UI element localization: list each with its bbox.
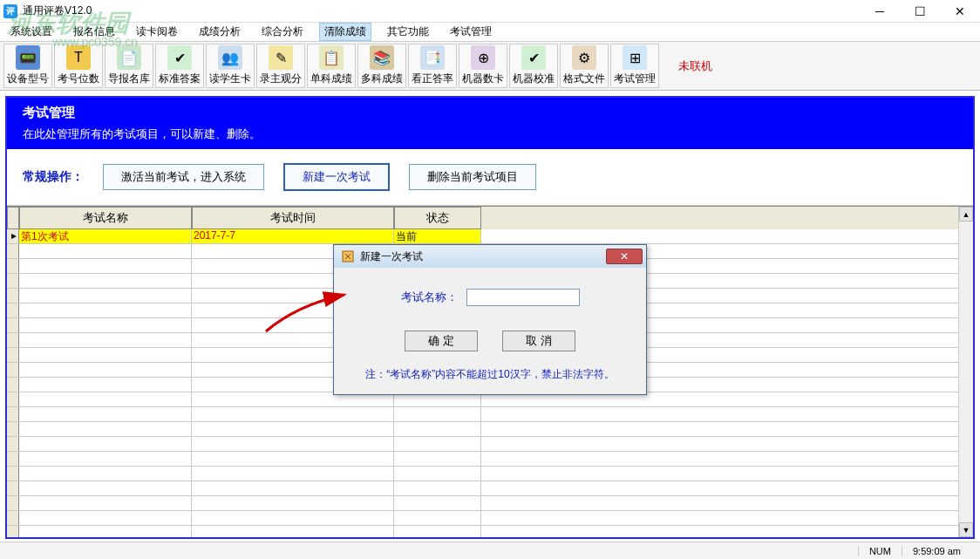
menu-item[interactable]: 系统设置: [5, 23, 58, 41]
exam-name-label: 考试名称：: [401, 290, 458, 305]
grid-header: 考试名称 考试时间 状态: [7, 207, 973, 229]
new-exam-button[interactable]: 新建一次考试: [283, 163, 390, 191]
toolbar-label: 设备型号: [7, 72, 49, 86]
toolbar-label: 标准答案: [159, 72, 201, 86]
table-row[interactable]: [7, 437, 973, 452]
dialog-ok-button[interactable]: 确 定: [405, 331, 478, 351]
dialog-titlebar[interactable]: 新建一次考试 ✕: [334, 245, 646, 268]
table-row[interactable]: ▸第1次考试2017-7-7当前: [7, 229, 973, 244]
toolbar-icon: ⊞: [623, 45, 647, 70]
toolbar-icon: ✔: [521, 45, 546, 70]
toolbar-button[interactable]: 📑看正答率: [408, 44, 457, 88]
toolbar-button[interactable]: ✔标准答案: [155, 44, 204, 88]
col-name[interactable]: 考试名称: [19, 207, 192, 229]
table-row[interactable]: [7, 422, 973, 437]
toolbar-label: 考号位数: [58, 72, 99, 86]
toolbar-label: 录主观分: [260, 72, 302, 86]
exam-name-input[interactable]: [466, 289, 580, 306]
toolbar-label: 机器校准: [513, 72, 555, 86]
toolbar-icon: 📄: [117, 45, 141, 70]
dialog-title: 新建一次考试: [360, 249, 423, 264]
panel-title: 考试管理: [23, 105, 957, 121]
title-bar: 评 通用评卷V12.0 ─ ☐ ✕: [0, 0, 980, 23]
toolbar-button[interactable]: 📚多科成绩: [357, 44, 406, 88]
connection-status: 未联机: [671, 44, 719, 88]
toolbar-button[interactable]: 👥读学生卡: [206, 44, 255, 88]
toolbar-button[interactable]: ✔机器校准: [509, 44, 558, 88]
col-time[interactable]: 考试时间: [192, 207, 394, 229]
cell-time: 2017-7-7: [192, 229, 394, 243]
toolbar-icon: 📚: [370, 45, 394, 70]
toolbar-label: 考试管理: [614, 72, 656, 86]
menu-bar: 系统设置报名信息读卡阅卷成绩分析综合分析清除成绩其它功能考试管理: [0, 23, 980, 42]
cell-name: 第1次考试: [19, 229, 192, 243]
toolbar-icon: ⊕: [471, 45, 495, 70]
table-row[interactable]: [7, 407, 973, 422]
toolbar-icon: ⚙: [572, 45, 596, 70]
toolbar: 📟设备型号T考号位数📄导报名库✔标准答案👥读学生卡✎录主观分📋单科成绩📚多科成绩…: [0, 42, 980, 91]
status-bar: NUM 9:59:09 am: [0, 542, 980, 559]
status-num: NUM: [858, 546, 902, 556]
menu-item[interactable]: 读卡阅卷: [131, 23, 183, 41]
toolbar-button[interactable]: 📟设备型号: [3, 44, 52, 88]
maximize-button[interactable]: ☐: [900, 0, 940, 23]
toolbar-icon: ✔: [167, 45, 192, 70]
cell-status: 当前: [394, 229, 481, 243]
col-status[interactable]: 状态: [394, 207, 481, 229]
row-indicator-icon: ▸: [7, 229, 19, 243]
toolbar-button[interactable]: ✎录主观分: [256, 44, 305, 88]
toolbar-button[interactable]: ⚙格式文件: [560, 44, 609, 88]
toolbar-icon: 📋: [319, 45, 344, 70]
scroll-up-icon[interactable]: ▲: [959, 207, 973, 222]
toolbar-button[interactable]: ⊞考试管理: [610, 44, 659, 88]
ops-label: 常规操作：: [23, 169, 84, 185]
activate-exam-button[interactable]: 激活当前考试，进入系统: [103, 164, 264, 190]
toolbar-label: 机器数卡: [462, 72, 504, 86]
dialog-icon: [341, 249, 355, 263]
menu-item[interactable]: 成绩分析: [194, 23, 246, 41]
toolbar-button[interactable]: 📋单科成绩: [307, 44, 356, 88]
menu-item[interactable]: 考试管理: [445, 23, 497, 41]
dialog-close-button[interactable]: ✕: [606, 249, 643, 264]
toolbar-icon: 📟: [16, 45, 40, 70]
menu-item[interactable]: 清除成绩: [319, 23, 371, 41]
new-exam-dialog: 新建一次考试 ✕ 考试名称： 确 定 取 消 注：“考试名称”内容不能超过10汉…: [333, 244, 647, 395]
table-row[interactable]: [7, 452, 973, 467]
dialog-cancel-button[interactable]: 取 消: [502, 331, 575, 351]
toolbar-button[interactable]: 📄导报名库: [105, 44, 153, 88]
toolbar-label: 读学生卡: [209, 72, 251, 86]
toolbar-label: 格式文件: [563, 72, 605, 86]
window-title: 通用评卷V12.0: [23, 3, 92, 18]
status-time: 9:59:09 am: [902, 546, 971, 556]
menu-item[interactable]: 报名信息: [68, 23, 120, 41]
dialog-note: 注：“考试名称”内容不能超过10汉字，禁止非法字符。: [351, 367, 629, 382]
table-row[interactable]: [7, 467, 973, 481]
toolbar-button[interactable]: T考号位数: [54, 44, 103, 88]
table-row[interactable]: [7, 496, 973, 511]
toolbar-icon: 📑: [420, 45, 445, 70]
toolbar-icon: 👥: [218, 45, 242, 70]
table-row[interactable]: [7, 511, 973, 526]
toolbar-icon: ✎: [269, 45, 293, 70]
minimize-button[interactable]: ─: [860, 0, 900, 23]
menu-item[interactable]: 其它功能: [382, 23, 434, 41]
toolbar-label: 单科成绩: [310, 72, 352, 86]
delete-exam-button[interactable]: 删除当前考试项目: [409, 164, 536, 190]
scroll-down-icon[interactable]: ▼: [959, 522, 973, 537]
table-row[interactable]: [7, 526, 973, 537]
toolbar-label: 导报名库: [108, 72, 150, 86]
toolbar-label: 看正答率: [412, 72, 453, 86]
toolbar-icon: T: [66, 45, 91, 70]
panel-subtitle: 在此处管理所有的考试项目，可以新建、删除。: [23, 126, 957, 142]
table-row[interactable]: [7, 481, 973, 496]
toolbar-label: 多科成绩: [361, 72, 403, 86]
menu-item[interactable]: 综合分析: [256, 23, 309, 41]
grid-scrollbar[interactable]: ▲ ▼: [958, 207, 973, 537]
toolbar-button[interactable]: ⊕机器数卡: [459, 44, 507, 88]
app-icon: 评: [3, 4, 17, 18]
close-button[interactable]: ✕: [940, 0, 980, 23]
